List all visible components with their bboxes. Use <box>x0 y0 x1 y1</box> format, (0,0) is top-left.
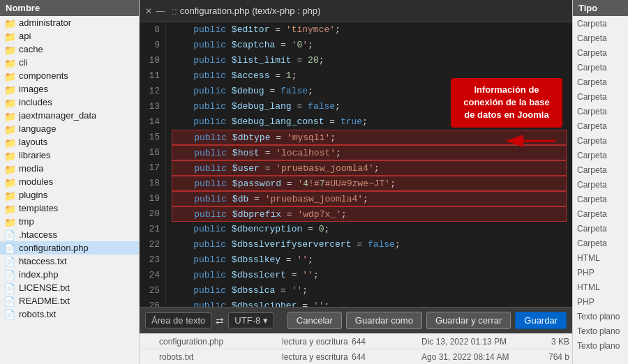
type-item: Carpeta <box>573 31 628 45</box>
sidebar-item-images[interactable]: 📁images <box>0 82 139 96</box>
type-item: Carpeta <box>573 177 628 192</box>
file-sidebar: Nombre 📁administrator📁api📁cache📁cli📁comp… <box>0 0 140 364</box>
sidebar-item-configurationphp[interactable]: 📄configuration.php <box>0 241 139 255</box>
sidebar-item-label: htaccess.txt <box>19 256 67 266</box>
type-column: Tipo CarpetaCarpetaCarpetaCarpetaCarpeta… <box>572 0 628 364</box>
file-icon: 📄 <box>4 257 15 266</box>
editor-bottom-bar: Área de texto ⇄ UTF-8 ▾ Cancelar Guardar… <box>140 307 572 333</box>
folder-icon: 📁 <box>4 71 15 81</box>
folder-icon: 📁 <box>4 124 15 134</box>
sidebar-item-includes[interactable]: 📁includes <box>0 96 139 109</box>
line-number: 13 <box>142 99 160 114</box>
editor-titlebar: ✕ — :: configuration.php (text/x-php : p… <box>140 0 572 22</box>
folder-icon: 📁 <box>4 84 15 94</box>
code-line: public $password = '4!#7#UU#9zwe~JT'; <box>172 176 567 191</box>
line-number: 19 <box>142 191 160 206</box>
line-number: 21 <box>142 222 160 237</box>
sidebar-item-robotstxt[interactable]: 📄robots.txt <box>0 308 139 321</box>
folder-icon: 📁 <box>4 45 15 54</box>
sidebar-item-indexphp[interactable]: 📄index.php <box>0 268 139 281</box>
line-number: 12 <box>142 84 160 99</box>
sidebar-item-jaextmanager_data[interactable]: 📁jaextmanager_data <box>0 109 139 122</box>
type-item: PHP <box>573 265 628 280</box>
sidebar-item-label: tmp <box>19 216 34 227</box>
folder-icon: 📁 <box>4 111 15 121</box>
line-number: 26 <box>142 298 160 307</box>
sidebar-item-label: README.txt <box>19 296 70 306</box>
sidebar-item-label: language <box>19 123 57 134</box>
sidebar-item-cache[interactable]: 📁cache <box>0 43 139 56</box>
sidebar-item-administrator[interactable]: 📁administrator <box>0 16 139 29</box>
line-number: 17 <box>142 160 160 176</box>
tab-title: configuration.php (text/x-php : php) <box>180 6 321 16</box>
sidebar-item-LICENSEtxt[interactable]: 📄LICENSE.txt <box>0 281 139 294</box>
sidebar-item-media[interactable]: 📁media <box>0 162 139 175</box>
file-size-raw: 644 <box>352 352 421 362</box>
folder-icon: 📁 <box>4 18 15 28</box>
line-number: 25 <box>142 283 160 298</box>
code-line: public $dbencryption = 0; <box>172 222 567 237</box>
file-icon: 📄 <box>4 283 15 293</box>
save-button[interactable]: Guardar <box>515 312 567 329</box>
sidebar-item-label: includes <box>19 97 52 107</box>
code-area[interactable]: public $editor = 'tinymce'; public $capt… <box>166 22 572 307</box>
line-number: 8 <box>142 22 160 38</box>
sidebar-item-htaccesstxt[interactable]: 📄htaccess.txt <box>0 255 139 268</box>
type-item: Carpeta <box>573 45 628 60</box>
arrow-icon <box>500 130 562 151</box>
annotation-box: Información de conexión de la base de da… <box>451 78 562 128</box>
file-date: Dic 13, 2022 01:13 PM <box>421 337 514 347</box>
sidebar-item-label: plugins <box>19 190 47 200</box>
table-row[interactable]: robots.txt lectura y escritura 644 Ago 3… <box>140 349 572 364</box>
type-item: Carpeta <box>573 162 628 177</box>
encoding-select[interactable]: UTF-8 ▾ <box>228 312 274 328</box>
type-item: HTML <box>573 250 628 265</box>
sidebar-item-label: index.php <box>19 269 58 280</box>
type-item: Carpeta <box>573 206 628 221</box>
save-close-button[interactable]: Guardar y cerrar <box>426 312 511 329</box>
sidebar-item-label: media <box>19 163 43 174</box>
sidebar-item-language[interactable]: 📁language <box>0 122 139 135</box>
line-number: 9 <box>142 38 160 53</box>
sidebar-item-tmp[interactable]: 📁tmp <box>0 215 139 228</box>
sidebar-header: Nombre <box>0 0 139 16</box>
sidebar-item-components[interactable]: 📁components <box>0 69 139 82</box>
sidebar-item-modules[interactable]: 📁modules <box>0 175 139 188</box>
type-item: Carpeta <box>573 75 628 89</box>
type-item: Texto plano <box>573 309 628 324</box>
code-line: public $editor = 'tinymce'; <box>172 22 567 38</box>
sidebar-item-api[interactable]: 📁api <box>0 29 139 43</box>
sidebar-item-libraries[interactable]: 📁libraries <box>0 149 139 162</box>
type-item: Carpeta <box>573 104 628 119</box>
folder-icon: 📁 <box>4 31 15 41</box>
sidebar-item-label: cache <box>19 44 43 54</box>
sidebar-item-htaccess[interactable]: 📄.htaccess <box>0 228 139 241</box>
tab-minimize-icon[interactable]: — <box>156 6 165 16</box>
folder-icon: 📁 <box>4 164 15 174</box>
code-line: public $dbprefix = 'wdp7x_'; <box>172 206 567 222</box>
type-item: Carpeta <box>573 16 628 31</box>
text-area-label: Área de texto <box>145 312 211 328</box>
sidebar-item-templates[interactable]: 📁templates <box>0 202 139 215</box>
table-row[interactable]: configuration.php lectura y escritura 64… <box>140 333 572 349</box>
type-item: Texto plano <box>573 338 628 353</box>
cancel-button[interactable]: Cancelar <box>287 312 342 329</box>
sidebar-item-cli[interactable]: 📁cli <box>0 56 139 69</box>
type-items-list: CarpetaCarpetaCarpetaCarpetaCarpetaCarpe… <box>573 16 628 364</box>
line-number: 11 <box>142 68 160 84</box>
sidebar-item-plugins[interactable]: 📁plugins <box>0 188 139 202</box>
editor-content: 8910111213141516171819202122232425262728… <box>140 22 572 307</box>
sidebar-item-READMEtxt[interactable]: 📄README.txt <box>0 294 139 308</box>
line-number: 18 <box>142 176 160 191</box>
sidebar-item-layouts[interactable]: 📁layouts <box>0 135 139 149</box>
sidebar-item-label: LICENSE.txt <box>19 282 70 293</box>
tab-close-icon[interactable]: ✕ <box>145 6 152 16</box>
sidebar-item-label: libraries <box>19 150 51 160</box>
type-item: Carpeta <box>573 89 628 104</box>
line-number: 14 <box>142 114 160 130</box>
type-item: Texto plano <box>573 324 628 338</box>
type-item: Carpeta <box>573 221 628 236</box>
save-as-button[interactable]: Guardar como <box>346 312 422 329</box>
encoding-chevron-icon: ▾ <box>263 315 268 326</box>
type-item: PHP <box>573 294 628 309</box>
